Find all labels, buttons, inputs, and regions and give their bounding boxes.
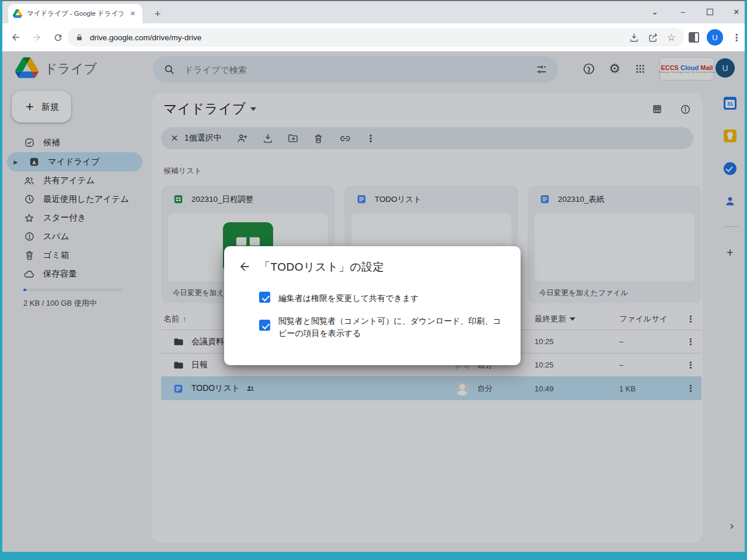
dialog-back-icon[interactable] <box>237 259 252 274</box>
browser-avatar[interactable]: U <box>707 29 723 46</box>
forward-icon[interactable] <box>28 29 46 46</box>
share-icon[interactable] <box>648 32 659 43</box>
reload-icon[interactable] <box>49 29 67 46</box>
back-icon[interactable] <box>7 29 25 46</box>
checkbox-viewers-can-download[interactable] <box>259 320 270 331</box>
url-input[interactable] <box>89 33 629 43</box>
drive-favicon <box>13 9 22 18</box>
tab-title: マイドライブ - Google ドライブ <box>27 9 123 18</box>
address-bar[interactable]: ☆ <box>68 28 684 47</box>
window-close-icon[interactable]: ✕ <box>724 1 747 22</box>
new-tab-button[interactable]: + <box>149 6 166 22</box>
drive-app: ドライブ ⚙ ECCS Cloud Mail Information Techn… <box>2 51 745 552</box>
bookmark-star-icon[interactable]: ☆ <box>667 32 676 44</box>
checkbox-editors-can-share[interactable] <box>259 292 270 303</box>
download-icon[interactable] <box>629 32 640 43</box>
window-minimize-icon[interactable]: – <box>670 1 696 22</box>
option-label: 編集者は権限を変更して共有できます <box>278 292 419 304</box>
dialog-option: 閲覧者と閲覧者（コメント可）に、ダウンロード、印刷、コピーの項目を表示する <box>259 314 509 340</box>
settings-dialog: 「TODOリスト」の設定 編集者は権限を変更して共有できます 閲覧者と閲覧者（コ… <box>224 246 521 365</box>
window-chevron-icon[interactable]: ⌄ <box>642 1 668 22</box>
option-label: 閲覧者と閲覧者（コメント可）に、ダウンロード、印刷、コピーの項目を表示する <box>278 315 509 340</box>
window-maximize-icon[interactable] <box>697 1 722 22</box>
dialog-option: 編集者は権限を変更して共有できます <box>259 292 419 304</box>
lock-icon <box>76 33 83 41</box>
tab-close-icon[interactable]: ✕ <box>128 9 138 19</box>
browser-tab[interactable]: マイドライブ - Google ドライブ ✕ <box>8 4 142 23</box>
browser-toolbar: ☆ U ⋮ <box>2 23 745 51</box>
browser-window: マイドライブ - Google ドライブ ✕ + ⌄ – ✕ <box>0 0 747 560</box>
browser-menu-icon[interactable]: ⋮ <box>729 29 743 46</box>
tab-strip: マイドライブ - Google ドライブ ✕ + ⌄ – ✕ <box>2 1 745 23</box>
side-panel-icon[interactable] <box>689 32 699 43</box>
dialog-title: 「TODOリスト」の設定 <box>259 260 384 275</box>
